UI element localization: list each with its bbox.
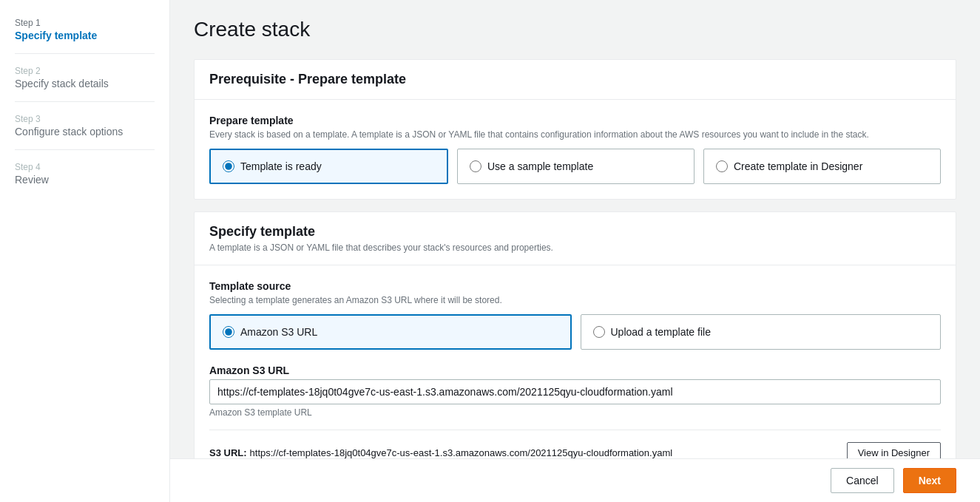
step2-label: Specify stack details (15, 78, 155, 89)
amazon-s3-url-hint: Amazon S3 template URL (209, 407, 941, 418)
specify-template-desc: A template is a JSON or YAML file that d… (209, 242, 941, 253)
sidebar-item-step2[interactable]: Step 2 Specify stack details (15, 53, 155, 101)
step3-label: Configure stack options (15, 126, 155, 138)
radio-upload-file[interactable] (593, 326, 605, 338)
option-designer-template-label: Create template in Designer (734, 160, 862, 172)
prepare-template-desc: Every stack is based on a template. A te… (209, 129, 941, 140)
template-source-label: Template source (209, 280, 941, 292)
prerequisite-section: Prerequisite - Prepare template Prepare … (194, 59, 956, 200)
radio-template-ready[interactable] (223, 160, 234, 172)
step2-number: Step 2 (15, 66, 155, 76)
prerequisite-body: Prepare template Every stack is based on… (195, 100, 956, 199)
option-upload-file-label: Upload a template file (611, 326, 711, 338)
radio-sample-template[interactable] (470, 160, 481, 172)
template-source-desc: Selecting a template generates an Amazon… (209, 295, 941, 305)
template-source-radio-group: Amazon S3 URL Upload a template file (209, 314, 941, 350)
option-sample-template-label: Use a sample template (487, 160, 593, 172)
prerequisite-title: Prerequisite - Prepare template (209, 72, 941, 87)
main-content-area: Create stack Prerequisite - Prepare temp… (170, 0, 980, 502)
radio-s3-url[interactable] (223, 326, 234, 338)
next-button[interactable]: Next (903, 468, 956, 493)
option-s3-url-label: Amazon S3 URL (240, 326, 317, 338)
s3-url-field: Amazon S3 URL Amazon S3 template URL (209, 364, 941, 418)
option-template-ready-label: Template is ready (240, 160, 322, 172)
option-s3-url[interactable]: Amazon S3 URL (209, 314, 572, 350)
prepare-template-radio-group: Template is ready Use a sample template … (209, 149, 941, 184)
specify-template-section: Specify template A template is a JSON or… (194, 211, 956, 479)
amazon-s3-url-label: Amazon S3 URL (209, 364, 941, 376)
specify-template-header: Specify template A template is a JSON or… (195, 212, 956, 265)
specify-template-title: Specify template (209, 224, 941, 240)
amazon-s3-url-input[interactable] (209, 379, 941, 404)
option-sample-template[interactable]: Use a sample template (457, 149, 695, 184)
step3-number: Step 3 (15, 114, 155, 124)
step4-number: Step 4 (15, 162, 155, 172)
cancel-button[interactable]: Cancel (831, 468, 894, 493)
prepare-template-label: Prepare template (209, 115, 941, 126)
option-designer-template[interactable]: Create template in Designer (703, 149, 941, 184)
step4-label: Review (15, 174, 155, 186)
page-title: Create stack (194, 18, 956, 41)
s3-url-display-text: S3 URL:https://cf-templates-18jq0t04gve7… (209, 447, 672, 458)
sidebar-item-step4[interactable]: Step 4 Review (15, 149, 155, 197)
radio-designer-template[interactable] (716, 160, 728, 172)
option-upload-file[interactable]: Upload a template file (581, 314, 942, 350)
sidebar: Step 1 Specify template Step 2 Specify s… (0, 0, 170, 502)
s3-url-display-value: https://cf-templates-18jq0t04gve7c-us-ea… (250, 447, 673, 458)
prerequisite-header: Prerequisite - Prepare template (195, 60, 956, 100)
sidebar-item-step1[interactable]: Step 1 Specify template (15, 18, 155, 53)
option-template-ready[interactable]: Template is ready (209, 149, 448, 184)
specify-template-body: Template source Selecting a template gen… (195, 265, 956, 478)
sidebar-item-step3[interactable]: Step 3 Configure stack options (15, 101, 155, 149)
step1-number: Step 1 (15, 18, 155, 28)
footer: Cancel Next (170, 458, 980, 502)
step1-label: Specify template (15, 30, 155, 41)
s3-url-display-label: S3 URL: (209, 447, 247, 458)
